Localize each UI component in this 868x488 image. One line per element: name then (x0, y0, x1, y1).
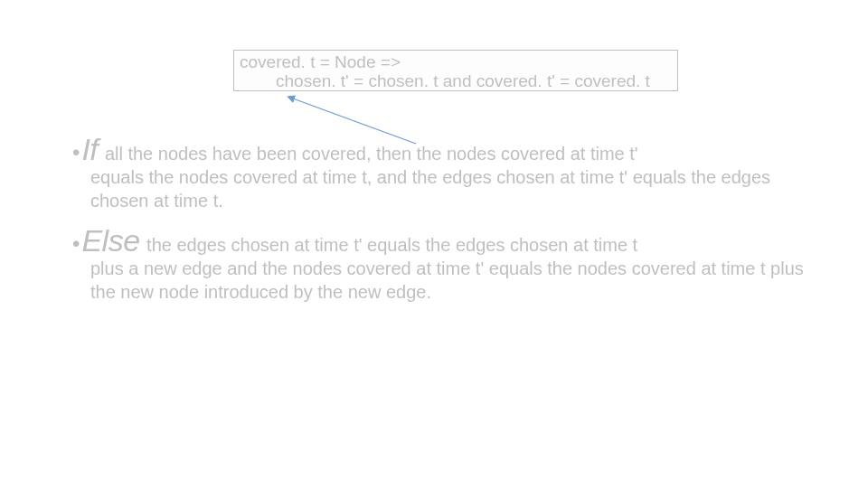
bullet-dot: • (72, 141, 80, 164)
bullet-else: • Else the edges chosen at time t' equal… (72, 229, 805, 304)
if-keyword: If (81, 132, 98, 166)
code-line-1: covered. t = Node => (240, 52, 672, 71)
if-text-cont: equals the nodes covered at time t, and … (72, 165, 805, 212)
if-text-first: all the nodes have been covered, then th… (105, 144, 638, 164)
slide: { "code": { "line1": "covered. t = Node … (0, 0, 868, 488)
code-box: covered. t = Node => chosen. t' = chosen… (233, 50, 678, 91)
bullet-dot: • (72, 232, 80, 256)
else-text-cont: plus a new edge and the nodes covered at… (72, 257, 805, 304)
else-keyword: Else (81, 223, 139, 258)
bullet-list: • If all the nodes have been covered, th… (72, 137, 805, 304)
else-text-first: the edges chosen at time t' equals the e… (146, 235, 637, 255)
bullet-if: • If all the nodes have been covered, th… (72, 137, 805, 212)
code-line-2: chosen. t' = chosen. t and covered. t' =… (240, 71, 672, 90)
